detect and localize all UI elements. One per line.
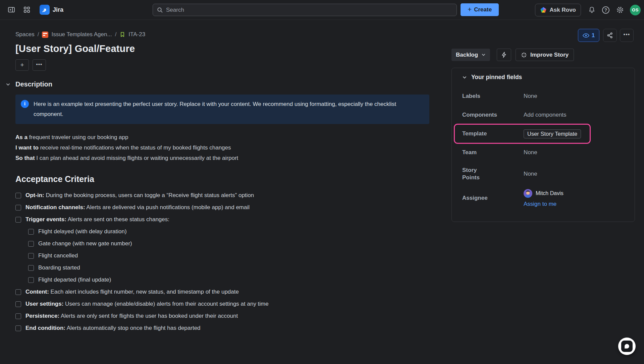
field-label: Template	[462, 130, 524, 137]
checkbox[interactable]	[15, 217, 21, 223]
checkbox[interactable]	[28, 253, 34, 259]
more-actions-button[interactable]: •••	[33, 59, 46, 71]
checkbox[interactable]	[28, 265, 34, 271]
checklist-item: Flight cancelled	[28, 250, 429, 262]
checklist-item: Boarding started	[28, 262, 429, 274]
checklist-item: Flight departed (final update)	[28, 274, 429, 286]
story-line: I want to receive real-time notification…	[15, 142, 429, 153]
issue-title[interactable]: [User Story] Goal/Feature	[15, 43, 429, 54]
info-panel: i Here is an example text presenting the…	[15, 95, 429, 124]
search-input[interactable]	[166, 7, 452, 13]
checkbox[interactable]	[15, 325, 21, 331]
info-panel-text: Here is an example text presenting the p…	[34, 99, 419, 119]
field-row-team: Team None	[462, 146, 625, 159]
add-content-button[interactable]: +	[15, 59, 29, 71]
eye-icon	[583, 33, 589, 38]
assignee-avatar	[524, 189, 532, 198]
user-avatar[interactable]: OS	[630, 5, 641, 15]
notifications-bell-icon[interactable]	[586, 4, 598, 16]
field-row-assignee: Assignee Mitch Davis As	[462, 189, 625, 207]
breadcrumb: Spaces / Issue Templates Agen... / ITA-2…	[15, 31, 429, 38]
template-value-chip[interactable]: User Story Template	[524, 129, 581, 138]
breadcrumb-issue-key[interactable]: ITA-23	[128, 31, 145, 38]
checkbox[interactable]	[15, 193, 21, 198]
acceptance-checklist: Opt-in: During the booking process, user…	[15, 189, 429, 334]
checkbox[interactable]	[15, 289, 21, 295]
app-switcher-icon[interactable]	[21, 4, 33, 16]
description-section-header[interactable]: Description	[15, 80, 429, 88]
info-icon: i	[21, 100, 29, 108]
story-bookmark-icon	[119, 32, 125, 38]
pinned-fields-list: Labels None Components Add components Te…	[462, 89, 625, 207]
field-row-labels: Labels None	[462, 89, 625, 103]
story-statement: As a frequent traveler using our booking…	[15, 132, 429, 163]
issue-content: Spaces / Issue Templates Agen... / ITA-2…	[15, 20, 429, 334]
story-points-value[interactable]: None	[524, 171, 625, 177]
field-label: Story Points	[462, 167, 524, 181]
share-button[interactable]	[603, 29, 617, 42]
breadcrumb-spaces[interactable]: Spaces	[15, 31, 35, 38]
checkbox[interactable]	[28, 277, 34, 283]
labels-value[interactable]: None	[524, 93, 625, 100]
checklist-item: Content: Each alert includes flight numb…	[15, 286, 429, 298]
assignee-name: Mitch Davis	[536, 190, 564, 196]
assignee-user[interactable]: Mitch Davis	[524, 189, 625, 198]
status-label: Backlog	[456, 52, 478, 58]
pinned-fields-panel: Your pinned fields Labels None Component…	[451, 68, 635, 222]
global-search[interactable]	[153, 4, 457, 16]
description-heading: Description	[15, 80, 52, 88]
status-dropdown[interactable]: Backlog	[451, 49, 490, 61]
app-name: Jira	[53, 6, 63, 13]
more-options-button[interactable]: •••	[620, 29, 634, 42]
checkbox[interactable]	[15, 301, 21, 307]
checklist-item: Gate change (with new gate number)	[28, 238, 429, 250]
checklist-item: Persistence: Alerts are only sent for fl…	[15, 310, 429, 322]
checkbox[interactable]	[28, 241, 34, 247]
field-label: Assignee	[462, 194, 524, 202]
top-navigation-bar: Jira + Create	[0, 0, 644, 20]
field-label: Components	[462, 111, 524, 119]
pinned-fields-header[interactable]: Your pinned fields	[462, 74, 625, 81]
watchers-count: 1	[592, 32, 595, 39]
pinned-fields-title: Your pinned fields	[471, 74, 522, 81]
checklist-item: User settings: Users can manage (enable/…	[15, 298, 429, 310]
settings-gear-icon[interactable]	[614, 4, 626, 16]
team-value[interactable]: None	[524, 149, 625, 156]
components-value[interactable]: Add components	[524, 112, 625, 118]
chevron-down-icon[interactable]	[6, 82, 10, 88]
automation-bolt-button[interactable]	[497, 49, 511, 61]
chevron-down-icon	[481, 53, 486, 57]
assign-to-me-link[interactable]: Assign to me	[524, 201, 625, 207]
project-avatar-icon	[42, 32, 48, 38]
checkbox[interactable]	[15, 313, 21, 319]
help-icon[interactable]: ?	[600, 4, 612, 16]
checkbox[interactable]	[15, 205, 21, 210]
field-label: Labels	[462, 93, 524, 100]
checklist-item: Trigger events: Alerts are sent on these…	[15, 214, 429, 226]
nav-right-cluster: Ask Rovo ? OS	[535, 0, 641, 20]
checklist-item: Notification channels: Alerts are delive…	[15, 201, 429, 214]
checklist-item: End condition: Alerts automatically stop…	[15, 322, 429, 334]
checklist-item: Opt-in: During the booking process, user…	[15, 189, 429, 201]
assistant-logo-icon	[621, 341, 633, 352]
story-line: As a frequent traveler using our booking…	[15, 132, 429, 142]
watchers-button[interactable]: 1	[578, 29, 599, 42]
improve-story-button[interactable]: Improve Story	[516, 49, 574, 61]
breadcrumb-project[interactable]: Issue Templates Agen...	[51, 31, 112, 38]
field-label: Team	[462, 149, 524, 156]
chevron-down-icon[interactable]	[462, 75, 467, 80]
field-row-story-points: Story Points None	[462, 165, 625, 183]
jira-logo-icon	[40, 5, 50, 15]
rovo-logo-icon	[540, 7, 547, 13]
ai-sparkle-icon	[521, 52, 527, 58]
field-row-template: Template User Story Template	[462, 127, 625, 140]
search-icon	[157, 7, 163, 13]
checkbox[interactable]	[28, 229, 34, 235]
assistant-floating-button[interactable]	[618, 338, 636, 355]
sidebar-toggle-icon[interactable]	[5, 4, 17, 16]
jira-home-button[interactable]: Jira	[40, 5, 63, 15]
plus-icon: +	[468, 5, 472, 13]
nav-left-cluster: Jira	[5, 4, 63, 16]
create-button[interactable]: + Create	[461, 3, 499, 16]
ask-rovo-button[interactable]: Ask Rovo	[535, 4, 581, 16]
